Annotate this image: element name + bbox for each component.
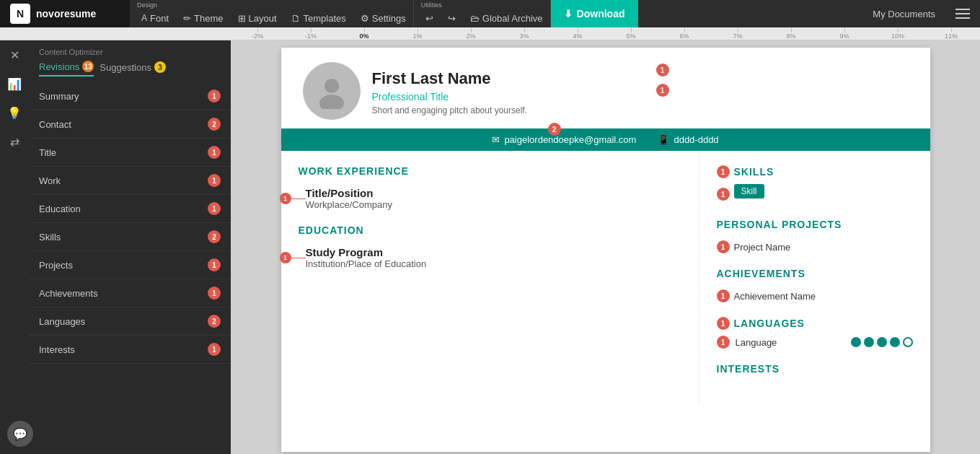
section-item-work[interactable]: Work 1 [29,167,231,195]
suggestions-tab[interactable]: Suggestions 3 [100,61,166,76]
notif-bubble-contact: 2 [548,123,561,136]
lang-dot-1 [851,337,861,347]
edu-program: Study Program [306,246,681,258]
resume-name-area: First Last Name Professional Title Short… [372,62,527,115]
chat-button[interactable]: 💬 [7,421,33,447]
lang-dot-4 [890,337,900,347]
section-item-achievements[interactable]: Achievements 1 [29,279,231,307]
section-item-interests[interactable]: Interests 1 [29,336,231,364]
languages-section: 1 LANGUAGES 1 Language [717,317,913,349]
download-icon: ⬇ [564,8,573,19]
skills-section: 1 SKILLS 1 Skill [717,165,913,204]
section-label-title: Title [39,147,56,158]
sidebar-icon-strip: ✕ 📊 💡 ⇄ [0,40,29,156]
work-marker-line [291,198,306,199]
lang-dot-3 [877,337,887,347]
ruler-mark: 8% [764,28,818,40]
notif-bubble-project: 1 [717,240,730,253]
section-item-projects[interactable]: Projects 1 [29,251,231,279]
edu-marker: 1 [280,252,306,263]
layout-button[interactable]: ⊞ Layout [231,4,284,32]
work-company: Workplace/Company [306,199,681,210]
section-badge-work: 1 [208,174,221,187]
sidebar: ✕ 📊 💡 ⇄ Content Optimizer Revisions 13 S… [0,40,231,454]
section-badge-interests: 1 [208,343,221,356]
section-item-education[interactable]: Education 1 [29,195,231,223]
languages-heading: LANGUAGES [734,318,805,329]
lightbulb-icon-button[interactable]: 💡 [0,98,29,127]
section-label-work: Work [39,175,61,186]
phone-icon: 📱 [658,134,669,145]
notif-bubble-skills: 1 [717,165,730,178]
hamburger-menu[interactable] [945,0,980,27]
section-label-contact: Contact [39,119,71,130]
achievements-heading: ACHIEVEMENTS [717,268,913,279]
section-item-contact[interactable]: Contact 2 [29,110,231,139]
notif-bubble-title: 1 [656,64,669,77]
education-heading: EDUCATION [299,224,681,236]
contact-phone: 📱 dddd-dddd [658,134,718,145]
svg-point-0 [325,79,339,93]
work-experience-section: WORK EXPERIENCE 1 Title/Position Workpla… [299,165,681,210]
section-item-skills[interactable]: Skills 2 [29,223,231,251]
work-item: 1 Title/Position Workplace/Company [299,187,681,210]
edu-marker-line [291,258,306,258]
section-item-summary[interactable]: Summary 1 [29,82,231,110]
logo-text: novoresume [36,8,96,19]
section-badge-title: 1 [208,146,221,159]
revisions-badge: 13 [82,61,94,72]
ruler-mark: 9% [818,28,871,40]
section-item-title[interactable]: Title 1 [29,139,231,167]
chart-icon-button[interactable]: 📊 [0,69,29,98]
font-button[interactable]: A Font [134,4,176,32]
section-label-interests: Interests [39,344,75,355]
resume-pitch: Short and engaging pitch about yourself. [372,105,527,115]
section-list: Summary 1 Contact 2 Title 1 Work 1 Educa… [29,82,231,454]
section-badge-languages: 2 [208,315,221,328]
redo-button[interactable]: ↪ [441,4,463,32]
section-item-languages[interactable]: Languages 2 [29,307,231,336]
section-label-projects: Projects [39,260,73,271]
chat-icon: 💬 [13,427,27,441]
contact-bar: 2 ✉ paigelordendoepke@gmail.com 📱 dddd-d… [281,128,930,151]
lang-dot-5 [903,337,913,347]
work-experience-heading: WORK EXPERIENCE [299,165,681,177]
resume-professional-title: Professional Title [372,91,527,102]
resume-area[interactable]: 1 1 First Last Name Professional Title S… [231,40,980,454]
sidebar-content: Content Optimizer Revisions 13 Suggestio… [29,40,231,454]
section-badge-education: 1 [208,202,221,215]
settings-button[interactable]: ⚙ Settings [353,4,413,32]
section-badge-skills: 2 [208,230,221,243]
suggestions-badge: 3 [154,61,166,73]
work-marker-dot: 1 [280,193,291,204]
resume-right: 1 SKILLS 1 Skill PERSONAL PROJECTS 1 [699,151,930,403]
suggestions-tab-label: Suggestions [100,62,151,73]
templates-button[interactable]: 🗋 Templates [284,4,353,32]
my-documents-button[interactable]: My Documents [862,0,945,27]
undo-icon: ↩ [425,13,433,24]
theme-button[interactable]: ✏ Theme [176,4,230,32]
global-archive-button[interactable]: 🗁 Global Archive [463,4,550,32]
layout-icon: ⊞ [238,13,246,24]
close-sidebar-button[interactable]: ✕ [0,40,29,69]
revisions-tab-label: Revisions [39,61,79,72]
resume-body: WORK EXPERIENCE 1 Title/Position Workpla… [281,151,930,403]
section-label-languages: Languages [39,316,85,327]
section-label-summary: Summary [39,91,79,102]
notif-bubble-language-item: 1 [717,336,730,349]
font-label: Font [150,13,169,24]
email-icon: ✉ [492,134,500,145]
notif-bubble-achievement: 1 [717,289,730,302]
settings-icon: ⚙ [361,13,369,24]
skills-heading: SKILLS [734,166,774,178]
font-icon: A [141,13,147,23]
share-icon-button[interactable]: ⇄ [0,127,29,156]
revisions-tab[interactable]: Revisions 13 [39,61,94,77]
language-dots [851,337,913,347]
notif-bubble-skill-item: 1 [717,188,730,201]
ruler-mark: 7% [711,28,764,40]
undo-button[interactable]: ↩ [418,4,441,32]
projects-heading: PERSONAL PROJECTS [717,219,913,230]
theme-icon: ✏ [183,13,191,24]
download-button[interactable]: ⬇ Download [551,0,638,27]
